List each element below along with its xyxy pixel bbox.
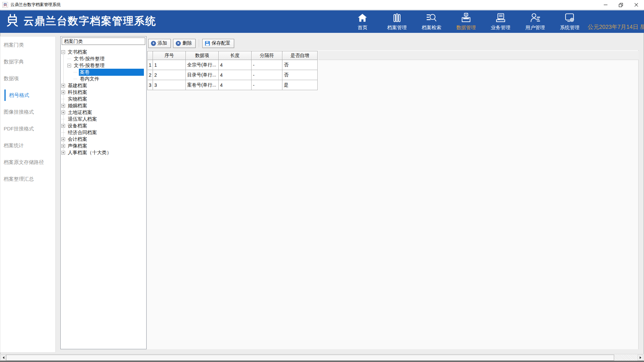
delete-button[interactable]: × 删除 <box>173 39 196 48</box>
cell-separator[interactable]: - <box>252 80 282 90</box>
cell-data-item[interactable]: 全宗号(单行... <box>186 60 219 70</box>
sidebar-item-archive-statistics[interactable]: 档案统计 <box>0 137 55 154</box>
active-indicator-bar <box>4 89 6 101</box>
tree-item[interactable]: 文书档案 <box>61 49 146 55</box>
nav-item-archive-management[interactable]: 档案管理 <box>382 12 412 31</box>
toolbar-separator <box>199 39 200 47</box>
tree-item[interactable]: 退伍军人档案 <box>61 116 146 122</box>
scroll-right-button[interactable] <box>638 355 643 361</box>
sidebar-item-image-link-format[interactable]: 图像挂接格式 <box>0 104 55 120</box>
col-header-auto-increment[interactable]: 是否自增 <box>282 51 318 60</box>
expand-icon[interactable] <box>61 144 65 148</box>
cell-seq[interactable]: 2 <box>153 70 186 80</box>
nav-item-home[interactable]: 首页 <box>347 12 377 31</box>
save-config-button[interactable]: 保存配置 <box>202 39 234 48</box>
col-header-separator[interactable]: 分隔符 <box>252 51 282 60</box>
col-header-data-item[interactable]: 数据项 <box>186 51 219 60</box>
scroll-left-button[interactable] <box>0 355 6 361</box>
tree-item[interactable]: 人事档案（十大类） <box>61 149 146 156</box>
restore-button[interactable] <box>613 0 629 10</box>
data-box-icon <box>461 12 472 23</box>
sidebar-item-original-storage-path[interactable]: 档案原文存储路径 <box>0 154 55 171</box>
sidebar-item-data-dictionary[interactable]: 数据字典 <box>0 53 55 70</box>
grid-header-row: 序号 数据项 长度 分隔符 是否自增 <box>147 51 639 60</box>
window-title: 云鼎兰台数字档案管理系统 <box>10 2 598 8</box>
cell-separator[interactable]: - <box>252 60 282 70</box>
sidebar-item-data-items[interactable]: 数据项 <box>0 70 55 87</box>
tree-item[interactable]: 文书-按件整理 <box>61 55 146 62</box>
row-header[interactable]: 2 <box>147 70 153 80</box>
sidebar-item-archive-summary[interactable]: 档案整理汇总 <box>0 171 55 187</box>
cell-data-item[interactable]: 案卷号(单行... <box>186 80 219 90</box>
grid-header-filler <box>318 51 639 60</box>
cell-auto-increment[interactable]: 否 <box>282 60 318 70</box>
tree-item[interactable]: 声像档案 <box>61 142 146 149</box>
nav-item-system-management[interactable]: 系统管理 <box>555 12 585 31</box>
expand-icon[interactable] <box>61 151 65 155</box>
toolbar: + 添加 × 删除 保存配置 <box>148 39 236 48</box>
tree-item[interactable]: 婚姻档案 <box>61 102 146 109</box>
sidebar-item-archive-categories[interactable]: 档案门类 <box>0 37 55 53</box>
restore-icon <box>619 3 623 7</box>
row-header[interactable]: 3 <box>147 80 153 90</box>
brand: 云鼎兰台数字档案管理系统 <box>5 13 156 29</box>
cell-length[interactable]: 4 <box>219 70 252 80</box>
leaf-stub <box>61 99 65 99</box>
cell-data-item[interactable]: 目录号(单行... <box>186 70 219 80</box>
nav-item-business-management[interactable]: 业务管理 <box>486 12 516 31</box>
col-header-seq[interactable]: 序号 <box>153 51 186 60</box>
brand-logo-icon <box>5 13 20 29</box>
cell-auto-increment[interactable]: 是 <box>282 80 318 90</box>
sidebar-item-pdf-link-format[interactable]: PDF挂接格式 <box>0 120 55 137</box>
col-header-length[interactable]: 长度 <box>219 51 252 60</box>
table-row[interactable]: 3 3 案卷号(单行... 4 - 是 <box>147 80 639 90</box>
app-header: 云鼎兰台数字档案管理系统 首页 档案管理 <box>0 10 644 33</box>
row-selector-header[interactable] <box>147 51 153 60</box>
cell-auto-increment[interactable]: 否 <box>282 70 318 80</box>
cell-length[interactable]: 4 <box>219 80 252 90</box>
expand-icon[interactable] <box>61 124 65 128</box>
tree-item[interactable]: 文书-按卷整理 <box>61 62 146 69</box>
minimize-button[interactable] <box>598 0 613 10</box>
expand-icon[interactable] <box>61 111 65 114</box>
add-button[interactable]: + 添加 <box>148 39 171 48</box>
collapse-icon[interactable] <box>67 64 71 67</box>
add-icon: + <box>151 41 156 46</box>
leaf-stub <box>61 132 65 133</box>
nav-item-data-management[interactable]: 数据管理 <box>451 12 481 31</box>
leaf-stub <box>73 72 77 72</box>
home-icon <box>357 12 368 23</box>
cell-length[interactable]: 4 <box>219 60 252 70</box>
user-icon <box>530 12 541 23</box>
leaf-stub <box>73 79 77 79</box>
tree-item[interactable]: 经济合同档案 <box>61 129 146 136</box>
close-button[interactable] <box>629 0 644 10</box>
row-header[interactable]: 1 <box>147 60 153 70</box>
expand-icon[interactable] <box>61 137 65 141</box>
tree-item-selected[interactable]: 案卷 <box>61 69 146 75</box>
data-grid: 序号 数据项 长度 分隔符 是否自增 1 1 全宗号(单行... 4 - 否 2… <box>147 51 639 90</box>
tree-item[interactable]: 卷内文件 <box>61 75 146 82</box>
expand-icon[interactable] <box>61 90 65 94</box>
nav-item-user-management[interactable]: 用户管理 <box>520 12 550 31</box>
window-titlebar: 云鼎兰台数字档案管理系统 <box>0 0 644 10</box>
tree-item[interactable]: 基建档案 <box>61 82 146 89</box>
sidebar-item-archive-number-format[interactable]: 档号格式 <box>0 87 55 104</box>
cell-seq[interactable]: 3 <box>153 80 186 90</box>
expand-icon[interactable] <box>61 84 65 87</box>
cell-separator[interactable]: - <box>252 70 282 80</box>
tree-item[interactable]: 设备档案 <box>61 122 146 129</box>
nav-item-archive-search[interactable]: 档案检索 <box>417 12 446 31</box>
collapse-icon[interactable] <box>61 50 65 54</box>
expand-icon[interactable] <box>61 104 65 108</box>
horizontal-scrollbar[interactable] <box>0 354 644 361</box>
table-row[interactable]: 2 2 目录号(单行... 4 - 否 <box>147 70 639 80</box>
table-row[interactable]: 1 1 全宗号(单行... 4 - 否 <box>147 60 639 70</box>
tree-item[interactable]: 实物档案 <box>61 96 146 102</box>
tree-item[interactable]: 会计档案 <box>61 136 146 142</box>
delete-icon: × <box>176 41 181 46</box>
tree-item[interactable]: 土地证档案 <box>61 109 146 116</box>
cell-seq[interactable]: 1 <box>153 60 186 70</box>
scrollbar-thumb[interactable] <box>6 355 614 361</box>
tree-item[interactable]: 科技档案 <box>61 89 146 96</box>
